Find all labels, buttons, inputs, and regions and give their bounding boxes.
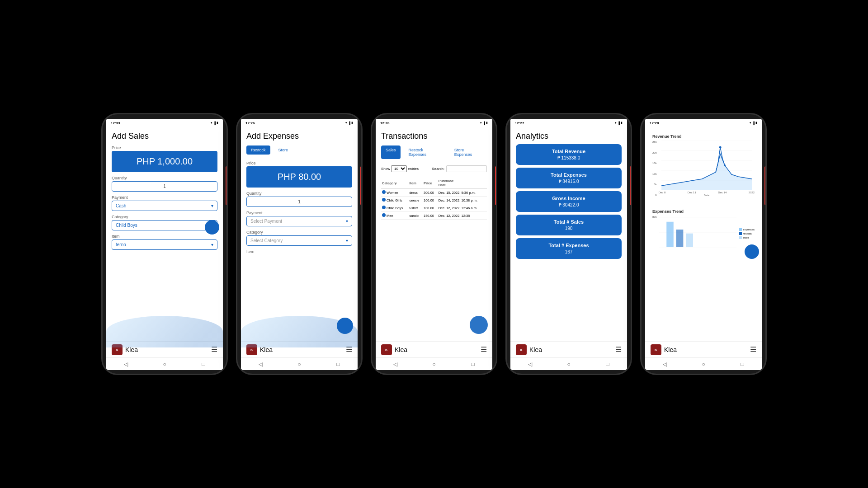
status-icons-2: ▾ ▐ ▮	[345, 121, 353, 125]
svg-point-15	[724, 164, 726, 166]
show-entries: Show 10 entries	[381, 165, 419, 172]
item-field-group-2: Item	[246, 249, 352, 255]
payment-field-group-2: Payment Select Payment ▾	[246, 211, 352, 226]
table-row[interactable]: Men sando 150.00 Dec. 12, 2022, 12:38	[381, 212, 487, 220]
home-nav-2[interactable]: ○	[296, 361, 302, 367]
screen-analytics: 12:27 ▾ ▐ ▮ Analytics Total Revenue₱ 115…	[510, 119, 627, 370]
payment-arrow-1: ▾	[211, 203, 213, 208]
tab-restock-exp[interactable]: Restock Expenses	[404, 145, 446, 159]
recents-nav-5[interactable]: □	[739, 361, 745, 367]
table-row[interactable]: Child Girls onesie 100.00 Dec. 14, 2022,…	[381, 197, 487, 204]
app-bar-3: K Klea ☰	[376, 341, 492, 357]
item-arrow-1: ▾	[211, 242, 213, 247]
search-row: Search:	[432, 165, 487, 172]
table-row[interactable]: Women dress 300.00 Dec. 15, 2022, 9:36 p…	[381, 189, 487, 197]
hamburger-3[interactable]: ☰	[481, 345, 487, 354]
payment-label-1: Payment	[112, 195, 217, 200]
home-nav-3[interactable]: ○	[431, 361, 437, 367]
svg-text:K: K	[520, 348, 523, 352]
price-field-group: Price PHP 1,000.00	[112, 145, 217, 172]
revenue-chart-area: Revenue Trend 25k 20k 15k 10k 5k 0	[649, 131, 758, 200]
cat-label-1: Category	[112, 215, 217, 219]
klea-logo-3: K	[381, 344, 392, 355]
status-time-4: 12:27	[515, 121, 524, 125]
phone-revenue-trend: 12:28 ▾ ▐ ▮ Revenue Trend 25k 20k 15k	[640, 113, 767, 375]
tab-restock[interactable]: Restock	[246, 145, 270, 155]
card-title: Total # Sales	[521, 219, 616, 225]
revenue-chart-wrapper: 25k 20k 15k 10k 5k 0	[652, 141, 755, 197]
chart-body: Dec 8 Dec 11 Dec 14 2022 Date	[659, 141, 755, 197]
row-radio	[382, 206, 386, 209]
cat-select-1[interactable]: Child Boys ▾	[112, 220, 217, 230]
cat-value-1: Child Boys	[116, 223, 137, 228]
app-bar-4: K Klea ☰	[510, 341, 627, 357]
hamburger-5[interactable]: ☰	[750, 345, 756, 354]
tab-sales[interactable]: Sales	[381, 145, 401, 159]
category-field-group: Category Child Boys ▾	[112, 215, 217, 230]
page-title-sales: Add Sales	[112, 131, 217, 141]
back-nav-5[interactable]: ◁	[661, 361, 668, 367]
nav-bar-4: ◁ ○ □	[510, 357, 627, 370]
status-bar-3: 12:26 ▾ ▐ ▮	[376, 119, 492, 127]
cat-select-2[interactable]: Select Category ▾	[246, 235, 352, 246]
battery-icon-2: ▮	[351, 121, 353, 125]
card-value: 167	[521, 249, 616, 254]
legend-restock-label: restock	[743, 232, 751, 235]
payment-select-2[interactable]: Select Payment ▾	[246, 216, 352, 226]
status-bar-1: 12:33 ▾ ▐ ▮	[106, 119, 223, 127]
back-nav-2[interactable]: ◁	[257, 361, 264, 367]
svg-text:K: K	[655, 348, 657, 352]
price-label-1: Price	[112, 145, 217, 150]
float-circle-2	[337, 318, 353, 334]
search-input-3[interactable]	[446, 165, 487, 172]
tab-store-exp[interactable]: Store Expenses	[450, 145, 487, 159]
analytics-cards: Total Revenue₱ 115338.0Total Expenses₱ 8…	[516, 144, 622, 262]
transactions-tab-bar: Sales Restock Expenses Store Expenses	[381, 145, 487, 159]
card-value: ₱ 84916.0	[521, 179, 616, 184]
hamburger-4[interactable]: ☰	[615, 345, 622, 354]
page-title-expenses: Add Expenses	[246, 131, 352, 141]
phones-container: 12:33 ▾ ▐ ▮ Add Sales Price PHP 1,000.00…	[101, 113, 767, 375]
card-title: Total Revenue	[521, 149, 616, 154]
qty-input-1[interactable]: 1	[112, 181, 217, 192]
table-row[interactable]: Child Boys t-shirt 100.00 Dec. 12, 2022,…	[381, 204, 487, 212]
brand-5: K Klea	[651, 344, 677, 355]
status-icons-4: ▾ ▐ ▮	[615, 121, 623, 125]
recents-nav-2[interactable]: □	[335, 361, 341, 367]
back-nav-1[interactable]: ◁	[123, 361, 129, 367]
back-nav-4[interactable]: ◁	[527, 361, 533, 367]
price-field-group-2: Price PHP 80.00	[246, 161, 352, 188]
home-nav-5[interactable]: ○	[700, 361, 707, 367]
qty-label-2: Quantity	[246, 191, 352, 196]
exp-y-80k: 80k	[652, 216, 657, 218]
status-icons-5: ▾ ▐ ▮	[750, 121, 757, 125]
price-box-1: PHP 1,000.00	[112, 151, 217, 172]
price-box-2: PHP 80.00	[246, 166, 352, 188]
brand-3: K Klea	[381, 344, 407, 355]
col-item: Item	[408, 178, 423, 189]
recents-nav-3[interactable]: □	[470, 361, 476, 367]
home-nav-4[interactable]: ○	[566, 361, 572, 367]
entries-select[interactable]: 10	[391, 165, 407, 172]
payment-select-1[interactable]: Cash ▾	[112, 201, 217, 211]
float-circle-5	[745, 244, 759, 259]
screen-transactions: 12:26 ▾ ▐ ▮ Transactions Sales Restock E…	[376, 119, 492, 370]
back-nav-3[interactable]: ◁	[392, 361, 398, 367]
status-icons-1: ▾ ▐ ▮	[211, 121, 218, 125]
home-nav-1[interactable]: ○	[161, 361, 168, 367]
cat-label-2: Category	[246, 230, 352, 235]
status-time-1: 12:33	[111, 121, 120, 125]
recents-nav-1[interactable]: □	[200, 361, 207, 367]
recents-nav-4[interactable]: □	[604, 361, 611, 367]
svg-point-14	[719, 146, 721, 149]
item-select-1[interactable]: terno ▾	[112, 239, 217, 250]
tab-store[interactable]: Store	[274, 145, 293, 155]
qty-label-1: Quantity	[112, 176, 217, 180]
qty-input-2[interactable]: 1	[246, 197, 352, 207]
expense-chart-bars	[659, 216, 737, 252]
row-radio	[382, 213, 386, 217]
item-label-2: Item	[246, 249, 352, 254]
analytics-card: Total Expenses₱ 84916.0	[516, 168, 622, 188]
expenses-svg	[659, 216, 737, 249]
svg-text:K: K	[250, 348, 253, 352]
